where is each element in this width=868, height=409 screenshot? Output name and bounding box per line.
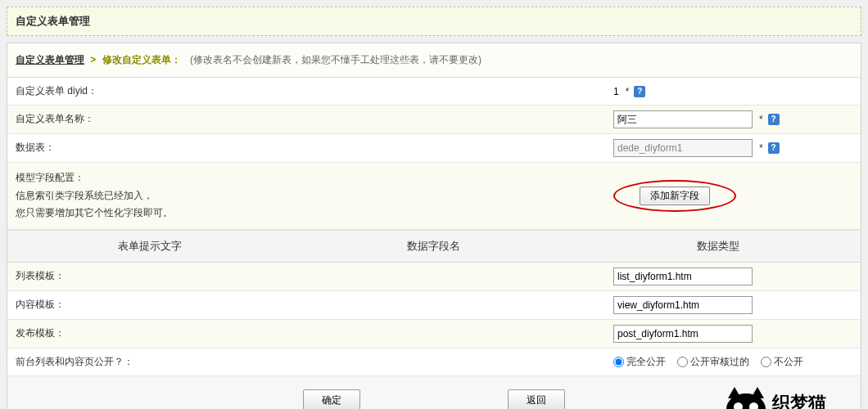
- list-template-label: 列表模板：: [7, 263, 605, 290]
- help-icon[interactable]: ?: [768, 142, 780, 154]
- row-name: 自定义表单名称： * ?: [7, 106, 861, 134]
- diyid-label: 自定义表单 diyid：: [7, 78, 605, 105]
- view-template-input[interactable]: [613, 296, 753, 314]
- list-template-input[interactable]: [613, 267, 753, 285]
- main-panel: 自定义表单管理 > 修改自定义表单： (修改表名不会创建新表，如果您不懂手工处理…: [7, 43, 861, 409]
- breadcrumb-note: (修改表名不会创建新表，如果您不懂手工处理这些表，请不要更改): [190, 54, 481, 65]
- table-label: 数据表：: [7, 134, 605, 162]
- visibility-opt1[interactable]: 完全公开: [613, 355, 666, 369]
- row-table: 数据表： * ?: [7, 134, 861, 163]
- submit-button[interactable]: 确定: [303, 389, 360, 409]
- highlight-ellipse: 添加新字段: [613, 180, 736, 212]
- cat-icon: [726, 393, 766, 409]
- post-template-label: 发布模板：: [7, 320, 605, 348]
- visibility-label: 前台列表和内容页公开？：: [7, 348, 605, 375]
- visibility-opt2[interactable]: 公开审核过的: [677, 355, 749, 369]
- col-header-prompt: 表单提示文字: [7, 231, 292, 262]
- required-mark: *: [626, 86, 630, 97]
- footer-brand: 织梦猫: [772, 391, 860, 409]
- breadcrumb-root-link[interactable]: 自定义表单管理: [16, 54, 84, 65]
- visibility-opt3[interactable]: 不公开: [761, 355, 803, 369]
- table-input: [613, 139, 753, 157]
- help-icon[interactable]: ?: [768, 114, 780, 125]
- row-list-template: 列表模板：: [7, 263, 861, 291]
- col-header-fieldname: 数据字段名: [292, 231, 576, 262]
- row-visibility: 前台列表和内容页公开？： 完全公开 公开审核过的 不公开: [7, 348, 861, 376]
- diyid-value: 1: [613, 86, 619, 97]
- back-button[interactable]: 返回: [508, 389, 565, 409]
- breadcrumb-current: 修改自定义表单：: [102, 54, 181, 65]
- model-line1: 信息索引类字段系统已经加入，: [16, 187, 613, 205]
- radio-reviewed[interactable]: [677, 357, 688, 367]
- panel-title: 自定义表单管理: [7, 7, 861, 36]
- required-mark: *: [759, 142, 763, 154]
- post-template-input[interactable]: [613, 325, 753, 343]
- radio-public[interactable]: [613, 357, 624, 367]
- col-header-datatype: 数据类型: [576, 231, 861, 262]
- radio-private[interactable]: [761, 357, 771, 367]
- row-post-template: 发布模板：: [7, 320, 861, 348]
- breadcrumb: 自定义表单管理 > 修改自定义表单： (修改表名不会创建新表，如果您不懂手工处理…: [7, 43, 861, 78]
- breadcrumb-separator: >: [90, 54, 96, 65]
- row-model-config: 模型字段配置： 信息索引类字段系统已经加入， 您只需要增加其它个性化字段即可。 …: [7, 163, 861, 230]
- row-diyid: 自定义表单 diyid： 1 * ?: [7, 78, 861, 106]
- name-label: 自定义表单名称：: [7, 106, 605, 133]
- add-field-button[interactable]: 添加新字段: [640, 187, 710, 205]
- row-view-template: 内容模板：: [7, 291, 861, 320]
- model-title: 模型字段配置：: [16, 169, 613, 187]
- help-icon[interactable]: ?: [634, 86, 645, 97]
- field-table-header: 表单提示文字 数据字段名 数据类型: [7, 230, 861, 263]
- model-line2: 您只需要增加其它个性化字段即可。: [16, 204, 613, 222]
- footer-logo: 织梦猫 www.dedemao.com: [726, 391, 860, 409]
- name-input[interactable]: [613, 110, 753, 128]
- view-template-label: 内容模板：: [7, 291, 605, 319]
- required-mark: *: [759, 114, 763, 125]
